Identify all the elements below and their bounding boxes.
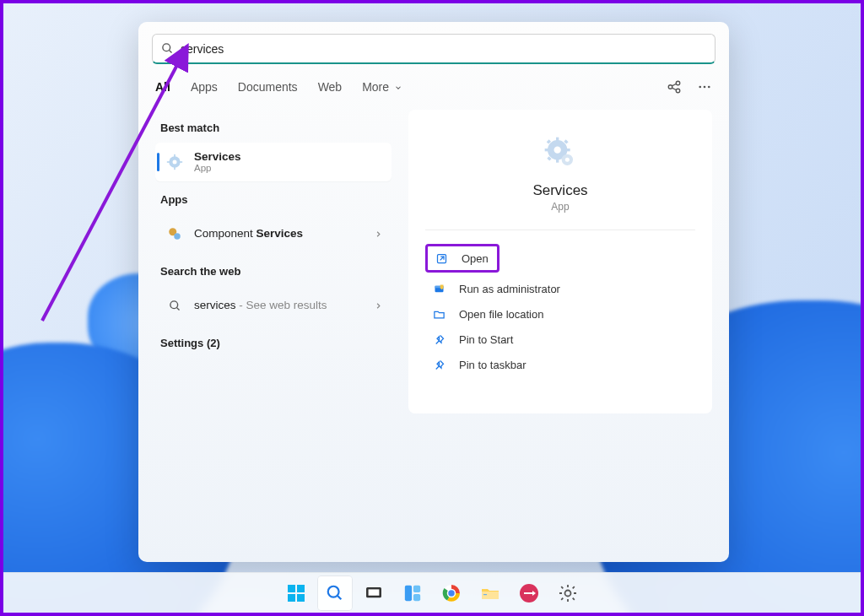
svg-line-5 [672, 84, 676, 86]
shield-admin-icon [430, 283, 447, 295]
svg-line-6 [672, 88, 676, 90]
action-open-location[interactable]: Open file location [425, 301, 695, 327]
chevron-right-icon [374, 230, 383, 239]
pin-icon [430, 333, 447, 346]
svg-point-8 [704, 86, 706, 89]
start-button[interactable] [279, 576, 313, 610]
search-input[interactable] [181, 42, 706, 56]
result-component-services[interactable]: Component Services [155, 214, 392, 253]
svg-rect-41 [297, 594, 305, 602]
svg-rect-54 [482, 592, 499, 599]
widgets-button[interactable] [396, 576, 429, 610]
svg-rect-48 [413, 585, 420, 592]
action-run-admin[interactable]: Run as administrator [425, 276, 695, 301]
svg-line-1 [169, 50, 171, 52]
svg-rect-40 [288, 594, 295, 602]
result-title: Component Services [194, 227, 374, 240]
svg-rect-22 [556, 138, 559, 142]
search-icon [161, 42, 174, 55]
tab-more[interactable]: More [362, 80, 402, 94]
svg-point-0 [163, 44, 170, 51]
section-search-web: Search the web [155, 253, 392, 286]
settings-icon[interactable] [551, 576, 585, 610]
svg-point-21 [554, 147, 561, 154]
svg-point-9 [708, 86, 710, 89]
svg-point-7 [699, 86, 701, 89]
taskbar [3, 572, 861, 613]
search-box[interactable] [152, 34, 716, 64]
detail-subtitle: App [551, 201, 569, 213]
detail-column: Services App Open Run as adminis [397, 110, 724, 554]
file-explorer-icon[interactable] [473, 576, 507, 610]
action-label: Open [462, 252, 489, 265]
svg-rect-55 [483, 594, 487, 595]
svg-rect-47 [405, 585, 412, 600]
svg-rect-15 [180, 161, 182, 163]
results-column: Best match Services App Apps Component S… [143, 110, 397, 554]
svg-point-42 [328, 586, 339, 597]
section-apps: Apps [155, 181, 392, 214]
svg-rect-39 [297, 585, 305, 592]
result-subtitle: App [194, 163, 383, 174]
svg-point-17 [174, 233, 181, 240]
svg-point-18 [170, 300, 177, 308]
svg-rect-13 [174, 167, 176, 170]
svg-point-3 [676, 81, 680, 85]
detail-card: Services App Open Run as adminis [408, 110, 712, 413]
action-open[interactable]: Open [425, 244, 500, 273]
result-title: services - See web results [194, 299, 374, 312]
filter-tabs: All Apps Documents Web More [138, 64, 729, 110]
action-pin-taskbar[interactable]: Pin to taskbar [425, 352, 695, 377]
taskbar-search-button[interactable] [318, 576, 352, 610]
pin-icon [430, 359, 447, 371]
svg-rect-46 [369, 589, 380, 595]
result-web-services[interactable]: services - See web results [155, 286, 392, 325]
tab-more-label: More [362, 80, 389, 94]
section-settings[interactable]: Settings (2) [155, 325, 392, 358]
action-label: Pin to Start [459, 333, 513, 346]
app-icon[interactable] [512, 576, 546, 610]
action-label: Pin to taskbar [459, 359, 526, 371]
svg-point-59 [565, 590, 571, 596]
chevron-right-icon [374, 301, 383, 311]
search-icon [165, 300, 184, 312]
tab-web[interactable]: Web [318, 80, 343, 94]
svg-line-19 [176, 307, 179, 310]
result-services-app[interactable]: Services App [155, 143, 392, 181]
action-label: Open file location [459, 308, 543, 321]
svg-point-2 [668, 85, 672, 89]
svg-line-33 [440, 257, 443, 260]
action-pin-start[interactable]: Pin to Start [425, 327, 695, 352]
svg-rect-25 [566, 149, 570, 151]
svg-rect-49 [413, 593, 420, 600]
quick-share-icon[interactable] [667, 79, 682, 95]
svg-point-11 [173, 160, 177, 165]
tab-all[interactable]: All [155, 80, 170, 94]
svg-rect-14 [167, 161, 170, 163]
svg-line-43 [338, 595, 342, 599]
open-external-icon [433, 252, 450, 265]
svg-rect-24 [545, 149, 549, 151]
svg-rect-38 [288, 585, 295, 592]
folder-icon [430, 308, 447, 321]
services-gear-icon [165, 154, 184, 170]
tab-documents[interactable]: Documents [238, 80, 298, 94]
svg-rect-23 [556, 159, 559, 163]
svg-point-4 [676, 89, 680, 93]
detail-title: Services [532, 182, 587, 199]
tab-apps[interactable]: Apps [191, 80, 218, 94]
result-title: Services [194, 150, 383, 164]
task-view-button[interactable] [357, 576, 391, 610]
start-search-panel: All Apps Documents Web More Best match S… [138, 22, 729, 562]
action-label: Run as administrator [459, 283, 560, 295]
svg-point-31 [565, 158, 570, 162]
more-options-icon[interactable] [697, 79, 712, 95]
chrome-icon[interactable] [435, 576, 468, 610]
section-best-match: Best match [155, 110, 392, 143]
component-services-icon [165, 226, 184, 241]
svg-rect-12 [174, 154, 176, 157]
services-large-icon [543, 135, 578, 170]
